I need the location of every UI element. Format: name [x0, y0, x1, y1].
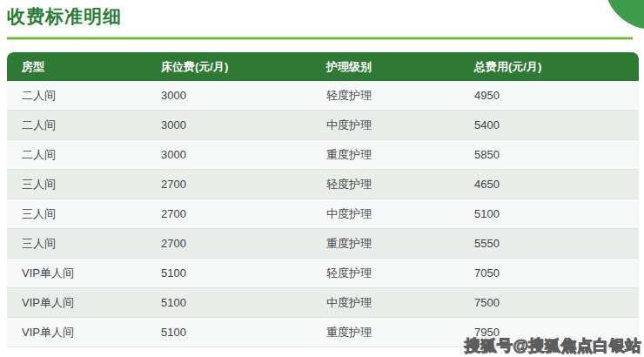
table-row: VIP单人间5100中度护理7500	[7, 288, 639, 318]
table-row: VIP单人间5100轻度护理7050	[7, 259, 639, 288]
table-row: 二人间3000轻度护理4950	[7, 81, 639, 111]
column-header-room: 房型	[7, 52, 146, 81]
table-cell-care-level: 重度护理	[312, 318, 460, 347]
table-cell-bed-fee: 3000	[146, 140, 312, 170]
table-cell-room: 三人间	[7, 229, 146, 259]
table-cell-bed-fee: 5100	[146, 259, 312, 288]
table-cell-total-fee: 4950	[460, 81, 639, 111]
table-cell-care-level: 中度护理	[312, 288, 460, 318]
table-cell-room: 二人间	[7, 81, 146, 111]
fee-table-header: 房型 床位费(元/月) 护理级别 总费用(元/月)	[7, 52, 639, 81]
table-cell-care-level: 重度护理	[312, 229, 460, 259]
table-cell-bed-fee: 3000	[146, 111, 312, 140]
table-cell-total-fee: 5100	[460, 199, 639, 229]
table-cell-room: VIP单人间	[7, 288, 146, 318]
table-cell-care-level: 轻度护理	[312, 170, 460, 199]
table-cell-total-fee: 4650	[460, 170, 639, 199]
table-cell-bed-fee: 3000	[146, 81, 312, 111]
column-header-bed-fee: 床位费(元/月)	[146, 52, 312, 81]
table-cell-care-level: 中度护理	[312, 111, 460, 140]
table-cell-bed-fee: 2700	[146, 199, 312, 229]
table-cell-total-fee: 7500	[460, 288, 639, 318]
table-cell-bed-fee: 5100	[146, 318, 312, 347]
table-cell-bed-fee: 2700	[146, 229, 312, 259]
table-cell-care-level: 轻度护理	[312, 81, 460, 111]
table-cell-total-fee: 7050	[460, 259, 639, 288]
table-cell-room: 三人间	[7, 199, 146, 229]
table-row: 三人间2700轻度护理4650	[7, 170, 639, 199]
title-divider	[7, 37, 633, 40]
page: 收费标准明细 房型 床位费(元/月) 护理级别 总费用(元/月) 二人间3000…	[0, 0, 644, 357]
table-cell-care-level: 重度护理	[312, 140, 460, 170]
column-header-total-fee: 总费用(元/月)	[460, 52, 639, 81]
column-header-care-level: 护理级别	[312, 52, 460, 81]
table-cell-total-fee: 5550	[460, 229, 639, 259]
table-row: 二人间3000重度护理5850	[7, 140, 639, 170]
table-cell-room: 三人间	[7, 170, 146, 199]
table-cell-care-level: 轻度护理	[312, 259, 460, 288]
table-row: 三人间2700重度护理5550	[7, 229, 639, 259]
table-cell-room: VIP单人间	[7, 318, 146, 347]
table-cell-care-level: 中度护理	[312, 199, 460, 229]
page-title: 收费标准明细	[7, 4, 122, 29]
corner-decoration-circle	[604, 0, 644, 30]
table-row: 三人间2700中度护理5100	[7, 199, 639, 229]
table-cell-total-fee: 5400	[460, 111, 639, 140]
table-cell-room: 二人间	[7, 111, 146, 140]
header-row: 房型 床位费(元/月) 护理级别 总费用(元/月)	[7, 52, 639, 81]
fee-table-body: 二人间3000轻度护理4950二人间3000中度护理5400二人间3000重度护…	[7, 81, 639, 347]
table-cell-room: VIP单人间	[7, 259, 146, 288]
watermark: 搜狐号@搜狐焦点白银站	[465, 335, 641, 356]
table-cell-room: 二人间	[7, 140, 146, 170]
table-cell-bed-fee: 2700	[146, 170, 312, 199]
fee-table: 房型 床位费(元/月) 护理级别 总费用(元/月) 二人间3000轻度护理495…	[7, 52, 639, 347]
table-cell-bed-fee: 5100	[146, 288, 312, 318]
table-row: 二人间3000中度护理5400	[7, 111, 639, 140]
table-cell-total-fee: 5850	[460, 140, 639, 170]
